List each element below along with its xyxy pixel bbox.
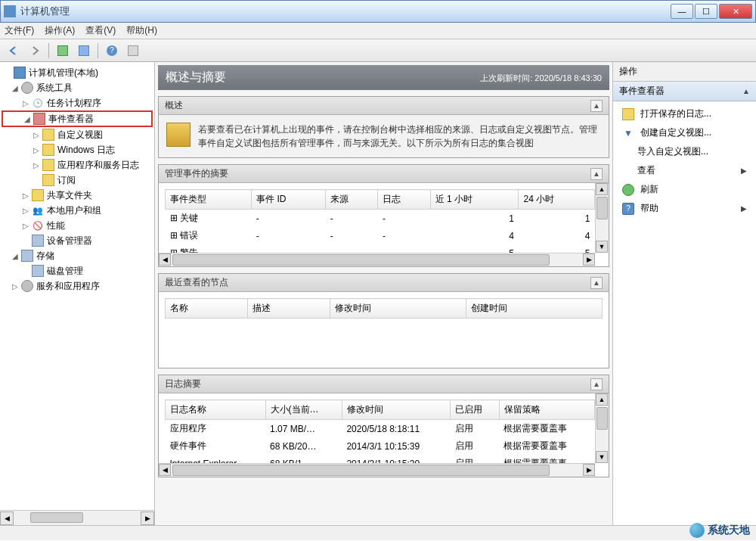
- menu-action[interactable]: 操作(A): [45, 24, 75, 37]
- tree-subscriptions[interactable]: 订阅: [2, 173, 153, 188]
- vscrollbar[interactable]: ▲▼: [595, 183, 609, 253]
- col-created[interactable]: 创建时间: [466, 299, 603, 319]
- tree-system-tools[interactable]: ◢系统工具: [2, 80, 153, 95]
- scroll-thumb[interactable]: [596, 197, 608, 219]
- tree-disk-management[interactable]: 磁盘管理: [2, 263, 153, 278]
- scroll-thumb[interactable]: [30, 512, 83, 523]
- actions-section[interactable]: 事件查看器▲: [613, 82, 756, 101]
- center-pane: 概述与摘要 上次刷新时间: 2020/5/18 8:43:30 概述▲ 若要查看…: [155, 62, 612, 525]
- table-row[interactable]: ⊞ 错误---44: [166, 227, 595, 244]
- overview-panel: 概述▲ 若要查看已在计算机上出现的事件，请在控制台树中选择相应的来源、日志或自定…: [158, 96, 609, 158]
- scroll-thumb[interactable]: [596, 407, 608, 430]
- tree-task-scheduler[interactable]: ▷🕒任务计划程序: [2, 95, 153, 110]
- action-view[interactable]: 查看▶: [613, 161, 756, 180]
- logsum-head[interactable]: 日志摘要▲: [159, 375, 609, 393]
- tree-root[interactable]: 计算机管理(本地): [2, 65, 153, 80]
- tree-event-viewer[interactable]: ◢事件查看器: [2, 110, 153, 127]
- help-icon[interactable]: ?: [103, 42, 121, 60]
- tree-local-users[interactable]: ▷👥本地用户和组: [2, 203, 153, 218]
- collapse-icon[interactable]: ▲: [590, 168, 603, 180]
- col-name[interactable]: 名称: [166, 299, 248, 319]
- scroll-right-icon[interactable]: ▶: [141, 511, 154, 525]
- tree-hscrollbar[interactable]: ◀ ▶: [0, 510, 154, 525]
- collapse-icon[interactable]: ▲: [590, 378, 603, 390]
- vscrollbar[interactable]: ▲▼: [595, 393, 609, 463]
- users-icon: 👥: [32, 204, 44, 216]
- table-row[interactable]: 应用程序1.07 MB/…2020/5/18 8:18:11启用根据需要覆盖事: [166, 420, 595, 438]
- menu-help[interactable]: 帮助(H): [126, 24, 157, 37]
- maximize-button[interactable]: ☐: [695, 4, 717, 19]
- table-row[interactable]: 硬件事件68 KB/20…2014/3/1 10:15:39启用根据需要覆盖事: [166, 437, 595, 455]
- tree-services-apps[interactable]: ▷服务和应用程序: [2, 278, 153, 294]
- col-id[interactable]: 事件 ID: [252, 190, 326, 210]
- summary-head[interactable]: 管理事件的摘要▲: [159, 165, 609, 183]
- toolbar-btn-2[interactable]: [75, 42, 93, 60]
- tree-custom-views[interactable]: ▷自定义视图: [2, 127, 153, 142]
- col-log[interactable]: 日志: [378, 190, 430, 210]
- tree-storage[interactable]: ◢存储: [2, 248, 153, 263]
- scroll-thumb[interactable]: [172, 465, 550, 476]
- scroll-down-icon[interactable]: ▼: [596, 451, 608, 463]
- page-title: 概述与摘要: [166, 70, 480, 86]
- col-enabled[interactable]: 已启用: [451, 400, 500, 420]
- toolbar-btn-3[interactable]: [124, 42, 142, 60]
- scroll-left-icon[interactable]: ◀: [159, 464, 171, 476]
- folder-icon: [42, 129, 54, 141]
- minimize-button[interactable]: —: [671, 4, 693, 19]
- scroll-right-icon[interactable]: ▶: [583, 253, 595, 266]
- collapse-icon[interactable]: ▲: [590, 277, 603, 289]
- nav-forward-button[interactable]: [26, 42, 44, 60]
- menu-view[interactable]: 查看(V): [85, 24, 116, 37]
- col-modified[interactable]: 修改时间: [330, 299, 466, 319]
- menu-file[interactable]: 文件(F): [5, 24, 34, 37]
- action-refresh[interactable]: 刷新: [613, 180, 756, 199]
- collapse-icon[interactable]: ▲: [742, 87, 750, 95]
- scroll-down-icon[interactable]: ▼: [596, 241, 608, 253]
- table-header-row: 事件类型 事件 ID 来源 日志 近 1 小时 24 小时: [166, 190, 595, 210]
- col-h24[interactable]: 24 小时: [519, 190, 595, 210]
- col-modified[interactable]: 修改时间: [342, 400, 450, 420]
- col-type[interactable]: 事件类型: [166, 190, 252, 210]
- col-h1[interactable]: 近 1 小时: [430, 190, 519, 210]
- col-policy[interactable]: 保留策略: [499, 400, 594, 420]
- logsum-body: 日志名称 大小(当前… 修改时间 已启用 保留策略 应用程序1.07 MB/…2…: [159, 393, 609, 477]
- hscrollbar[interactable]: ◀▶: [159, 463, 595, 477]
- overview-icon: [166, 123, 191, 147]
- action-import-custom-view[interactable]: 导入自定义视图...: [613, 142, 756, 161]
- logsum-table: 日志名称 大小(当前… 修改时间 已启用 保留策略 应用程序1.07 MB/…2…: [165, 400, 595, 472]
- scroll-up-icon[interactable]: ▲: [596, 393, 608, 406]
- col-size[interactable]: 大小(当前…: [265, 400, 342, 420]
- overview-head[interactable]: 概述▲: [159, 97, 609, 115]
- scroll-left-icon[interactable]: ◀: [0, 511, 14, 525]
- window-title: 计算机管理: [20, 5, 671, 18]
- tree-pane: 计算机管理(本地) ◢系统工具 ▷🕒任务计划程序 ◢事件查看器 ▷自定义视图 ▷…: [0, 62, 155, 525]
- logsum-panel: 日志摘要▲ 日志名称 大小(当前… 修改时间 已启用 保留策略 应用程序1.07…: [158, 375, 609, 477]
- col-source[interactable]: 来源: [326, 190, 378, 210]
- table-row[interactable]: ⊞ 关键---11: [166, 210, 595, 228]
- recent-head[interactable]: 最近查看的节点▲: [159, 274, 609, 292]
- toolbar-btn-1[interactable]: [54, 42, 72, 60]
- tree-performance[interactable]: ▷🚫性能: [2, 218, 153, 233]
- action-help[interactable]: ?帮助▶: [613, 199, 756, 218]
- overview-text: 若要查看已在计算机上出现的事件，请在控制台树中选择相应的来源、日志或自定义视图节…: [198, 123, 601, 150]
- tree-app-service-logs[interactable]: ▷应用程序和服务日志: [2, 157, 153, 173]
- scroll-up-icon[interactable]: ▲: [596, 183, 608, 195]
- tree-windows-logs[interactable]: ▷Windows 日志: [2, 142, 153, 157]
- scroll-right-icon[interactable]: ▶: [583, 464, 595, 476]
- overview-body: 若要查看已在计算机上出现的事件，请在控制台树中选择相应的来源、日志或自定义视图节…: [159, 115, 609, 157]
- tree-device-manager[interactable]: 设备管理器: [2, 233, 153, 248]
- collapse-icon[interactable]: ▲: [590, 100, 603, 112]
- services-icon: [21, 280, 33, 292]
- tree-shared-folders[interactable]: ▷共享文件夹: [2, 188, 153, 203]
- close-button[interactable]: ✕: [719, 4, 752, 19]
- performance-icon: 🚫: [32, 219, 44, 232]
- hscrollbar[interactable]: ◀▶: [159, 253, 595, 266]
- nav-back-button[interactable]: [5, 42, 23, 60]
- scroll-thumb[interactable]: [172, 254, 550, 266]
- action-create-custom-view[interactable]: ▼创建自定义视图...: [613, 123, 756, 142]
- scroll-left-icon[interactable]: ◀: [159, 253, 171, 266]
- col-desc[interactable]: 描述: [248, 299, 330, 319]
- action-open-saved-log[interactable]: 打开保存的日志...: [613, 104, 756, 123]
- col-name[interactable]: 日志名称: [166, 400, 266, 420]
- last-refresh: 上次刷新时间: 2020/5/18 8:43:30: [480, 73, 602, 84]
